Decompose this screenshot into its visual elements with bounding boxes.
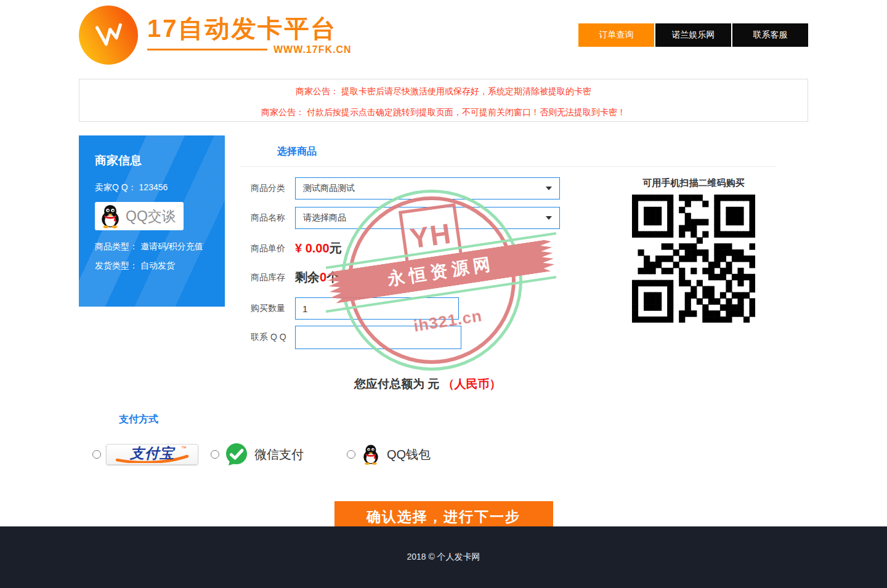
qr-code-image [632,195,755,323]
notice-line-2: 商家公告： 付款后按提示点击确定跳转到提取页面，不可提前关闭窗口！否则无法提取到… [79,107,808,118]
product-name-label: 商品名称 [251,212,289,224]
notice-line-1: 商家公告： 提取卡密后请尽快激活使用或保存好，系统定期清除被提取的卡密 [79,86,808,97]
nav-nuolan-site-button[interactable]: 诺兰娱乐网 [655,23,731,47]
contact-qq-label: 联系 Q Q [251,332,289,343]
qq-wallet-radio[interactable] [347,450,355,459]
payment-option-alipay[interactable]: 支付宝 ™ [92,444,198,465]
seller-qq-value: 123456 [139,182,168,192]
price-unit: 元 [330,241,342,255]
form-row-contact-qq: 联系 Q Q [240,326,567,349]
stock-label: 商品库存 [251,272,289,283]
product-type-value: 邀请码/积分充值 [140,241,203,251]
product-category-selected-value: 测试商品测试 [303,183,355,194]
header: 17自动发卡平台 WWW.17FK.CN 订单查询 诺兰娱乐网 联系客服 [79,0,808,70]
stock-count: 0 [320,270,326,284]
quantity-label: 购买数量 [251,303,289,314]
form-row-name: 商品名称 请选择商品 [240,207,567,229]
category-label: 商品分类 [251,183,289,194]
product-select-section: 选择商品 商品分类 测试商品测试 商品名称 请选择商品 [240,135,808,392]
wechat-pay-icon [224,442,249,467]
qq-chat-button[interactable]: QQ交谈 [95,202,184,230]
site-logo[interactable]: 17自动发卡平台 WWW.17FK.CN [79,6,352,65]
site-url: WWW.17FK.CN [273,44,352,55]
page: 17自动发卡平台 WWW.17FK.CN 订单查询 诺兰娱乐网 联系客服 商家公… [0,0,887,588]
product-name-selected-value: 请选择商品 [303,212,346,224]
price-label: 商品单价 [251,243,289,254]
qr-title: 可用手机扫描二维码购买 [622,177,765,189]
product-form: 商品分类 测试商品测试 商品名称 请选择商品 商品单价 [240,177,567,349]
qq-penguin-icon [98,204,123,228]
alipay-radio[interactable] [92,450,101,459]
total-amount-line: 您应付总额为 元 （人民币） [354,376,808,392]
seller-qq-label: 卖家Q Q： [95,182,137,192]
payment-title: 支付方式 [119,413,808,426]
payment-section: 支付方式 支付宝 ™ 微信支付 [79,413,808,467]
section-title-select-product: 选择商品 [277,145,808,158]
qq-wallet-penguin-icon [360,444,381,465]
qq-wallet-label: QQ钱包 [387,446,431,463]
alipay-logo-text: 支付宝 [130,446,174,461]
delivery-type-label: 发货类型： [95,260,138,270]
section-divider [240,166,776,167]
site-title: 17自动发卡平台 [147,15,338,42]
stock-value: 剩余0个 [295,269,339,286]
delivery-type-value: 自动发货 [140,260,175,270]
stock-suffix: 个 [326,270,339,284]
seller-info-title: 商家信息 [95,153,209,169]
product-type-line: 商品类型： 邀请码/积分充值 [95,241,209,252]
form-row-price: 商品单价 ¥ 0.00元 [240,240,567,257]
alipay-trademark: ™ [181,445,187,451]
total-amount-text: 您应付总额为 元 [354,377,439,390]
logo-icon [79,6,138,65]
form-row-quantity: 购买数量 [240,297,567,320]
payment-option-qq-wallet[interactable]: QQ钱包 [347,444,431,465]
qq-chat-label: QQ交谈 [126,207,176,226]
logo-w-mark-icon [91,20,126,50]
delivery-type-line: 发货类型： 自动发货 [95,260,209,272]
stock-prefix: 剩余 [295,270,320,284]
price-amount: ¥ 0.00 [295,241,330,255]
payment-option-wechat[interactable]: 微信支付 [211,442,304,467]
top-nav: 订单查询 诺兰娱乐网 联系客服 [577,23,808,47]
chevron-down-icon [546,216,552,220]
copyright-text: 2018 © 个人发卡网 [407,552,480,563]
form-row-stock: 商品库存 剩余0个 [240,268,567,286]
product-category-select[interactable]: 测试商品测试 [295,177,560,199]
alipay-logo: 支付宝 ™ [106,444,198,465]
logo-subline: WWW.17FK.CN [147,44,352,55]
merchant-notice-box: 商家公告： 提取卡密后请尽快激活使用或保存好，系统定期清除被提取的卡密 商家公告… [79,79,808,122]
chevron-down-icon [546,187,552,190]
contact-qq-input[interactable] [295,326,461,349]
logo-text: 17自动发卡平台 WWW.17FK.CN [147,15,352,55]
seller-info-panel: 商家信息 卖家Q Q： 123456 [79,135,225,307]
nav-contact-support-button[interactable]: 联系客服 [732,23,808,47]
seller-qq-line: 卖家Q Q： 123456 [95,182,209,193]
content: 商家信息 卖家Q Q： 123456 [79,135,808,392]
form-row-category: 商品分类 测试商品测试 [240,177,567,199]
product-type-label: 商品类型： [95,241,138,251]
footer: 2018 © 个人发卡网 [0,526,887,588]
logo-underline [147,49,267,50]
nav-order-query-button[interactable]: 订单查询 [578,23,654,47]
product-name-select[interactable]: 请选择商品 [295,207,560,229]
total-currency-note: （人民币） [443,377,501,390]
price-value: ¥ 0.00元 [295,240,342,257]
qr-block: 可用手机扫描二维码购买 [622,177,765,323]
quantity-input[interactable] [295,297,459,320]
wechat-pay-label: 微信支付 [254,446,304,463]
wechat-radio[interactable] [211,450,219,459]
payment-methods-row: 支付宝 ™ 微信支付 [92,442,808,467]
